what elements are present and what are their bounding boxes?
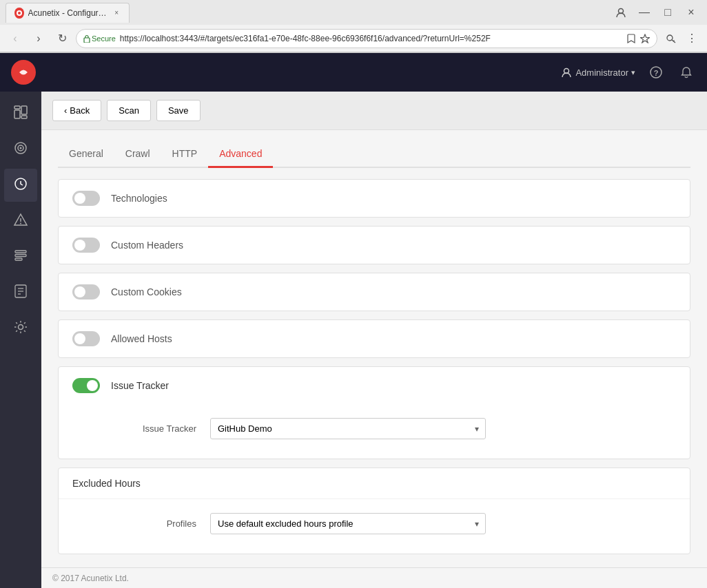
issue-tracker-select[interactable]: GitHub Demo None JIRA GitLab — [210, 418, 486, 439]
excluded-hours-header: Excluded Hours — [59, 468, 690, 499]
tab-general[interactable]: General — [58, 141, 114, 168]
tab-title: Acunetix - Configure Tar... — [28, 8, 109, 18]
excluded-hours-card: Excluded Hours Profiles Use default excl… — [58, 468, 690, 554]
technologies-header[interactable]: Technologies — [59, 180, 690, 217]
key-icon[interactable] — [662, 29, 681, 48]
dashboard-icon — [13, 105, 28, 123]
app-container: Administrator ▾ ? — [0, 53, 707, 588]
svg-rect-13 — [21, 116, 27, 118]
profiles-select[interactable]: Use default excluded hours profile Custo… — [210, 513, 486, 534]
issue-tracker-card: Issue Tracker Issue Tracker GitHub Demo … — [58, 366, 690, 459]
allowed-hosts-card: Allowed Hosts — [58, 319, 690, 358]
maximize-button[interactable]: □ — [657, 2, 678, 23]
tabs: General Crawl HTTP Advanced — [58, 141, 690, 168]
back-arrow-icon: ‹ — [64, 105, 67, 116]
issue-tracker-header[interactable]: Issue Tracker — [59, 367, 690, 404]
tab-http[interactable]: HTTP — [161, 141, 209, 168]
custom-headers-toggle-track[interactable] — [72, 238, 100, 253]
issue-tracker-label: Issue Tracker — [100, 423, 210, 434]
custom-cookies-title: Custom Cookies — [111, 286, 182, 297]
allowed-hosts-toggle[interactable] — [72, 331, 100, 346]
technologies-toggle-track[interactable] — [72, 191, 100, 206]
settings-icon — [13, 319, 28, 338]
scan-label: Scan — [119, 105, 139, 116]
user-dropdown-icon: ▾ — [631, 68, 635, 77]
svg-rect-3 — [84, 38, 90, 43]
app-bar-actions: Administrator ▾ ? — [560, 63, 696, 82]
minimize-button[interactable]: — — [634, 2, 655, 23]
svg-point-27 — [19, 324, 23, 329]
custom-cookies-toggle-track[interactable] — [72, 284, 100, 300]
back-label: Back — [70, 105, 90, 116]
sidebar-item-targets[interactable] — [4, 133, 37, 166]
user-avatar-icon — [560, 66, 573, 78]
svg-rect-10 — [14, 106, 20, 109]
sidebar-item-reports[interactable] — [4, 240, 37, 273]
sidebar-item-scan[interactable] — [4, 169, 37, 202]
browser-tab[interactable]: Acunetix - Configure Tar... × — [6, 3, 130, 23]
forward-nav-button[interactable]: › — [29, 29, 48, 48]
issue-tracker-toggle-track[interactable] — [72, 378, 100, 393]
excluded-hours-body: Profiles Use default excluded hours prof… — [59, 499, 690, 554]
svg-point-16 — [20, 147, 22, 149]
save-label: Save — [168, 105, 189, 116]
svg-marker-4 — [641, 34, 650, 43]
issue-tracker-form-row: Issue Tracker GitHub Demo None JIRA GitL… — [72, 412, 676, 445]
back-nav-button[interactable]: ‹ — [6, 29, 25, 48]
tab-close-button[interactable]: × — [112, 8, 121, 18]
save-button[interactable]: Save — [156, 100, 201, 121]
sidebar-item-notes[interactable] — [4, 276, 37, 309]
nav-actions: ⋮ — [662, 29, 701, 48]
copyright-text: © 2017 Acunetix Ltd. — [52, 574, 129, 583]
notifications-button[interactable] — [677, 63, 696, 82]
custom-headers-card: Custom Headers — [58, 226, 690, 264]
profiles-label: Profiles — [100, 518, 210, 529]
issue-tracker-title: Issue Tracker — [111, 380, 169, 391]
address-bar[interactable]: Secure https://localhost:3443/#/targets/… — [76, 29, 657, 48]
svg-point-19 — [20, 222, 21, 224]
user-menu[interactable]: Administrator ▾ — [560, 66, 635, 78]
toolbar: ‹ Back Scan Save — [41, 92, 707, 130]
svg-point-5 — [667, 35, 673, 41]
scan-icon — [13, 176, 28, 195]
page-content: General Crawl HTTP Advanced — [41, 130, 707, 567]
sidebar-item-dashboard[interactable] — [4, 97, 37, 130]
star-icon[interactable] — [640, 34, 650, 43]
profile-button[interactable] — [611, 2, 631, 23]
refresh-button[interactable]: ↻ — [52, 29, 72, 48]
sidebar-item-vulnerabilities[interactable] — [4, 204, 37, 238]
allowed-hosts-toggle-track[interactable] — [72, 331, 100, 346]
svg-text:?: ? — [654, 69, 659, 77]
technologies-toggle[interactable] — [72, 191, 100, 206]
tab-crawl[interactable]: Crawl — [114, 141, 161, 168]
targets-icon — [13, 140, 28, 159]
custom-headers-header[interactable]: Custom Headers — [59, 227, 690, 264]
notes-icon — [13, 284, 28, 302]
custom-cookies-card: Custom Cookies — [58, 273, 690, 311]
scan-button[interactable]: Scan — [107, 100, 151, 121]
close-button[interactable]: × — [681, 2, 701, 23]
custom-headers-title: Custom Headers — [111, 240, 183, 251]
main-layout: ‹ Back Scan Save General Cra — [0, 92, 707, 588]
custom-cookies-toggle[interactable] — [72, 284, 100, 300]
sidebar-item-settings[interactable] — [4, 312, 37, 345]
technologies-card: Technologies — [58, 179, 690, 218]
window-controls: — □ × — [611, 2, 701, 23]
custom-cookies-header[interactable]: Custom Cookies — [59, 273, 690, 311]
svg-point-1 — [18, 12, 21, 14]
allowed-hosts-header[interactable]: Allowed Hosts — [59, 320, 690, 357]
more-options-button[interactable]: ⋮ — [682, 29, 701, 48]
url-display: https://localhost:3443/#/targets/ec316fa… — [120, 34, 622, 43]
profiles-form-row: Profiles Use default excluded hours prof… — [72, 507, 676, 540]
excluded-hours-title: Excluded Hours — [72, 478, 141, 489]
back-button[interactable]: ‹ Back — [52, 100, 101, 121]
help-button[interactable]: ? — [646, 63, 666, 82]
svg-rect-22 — [15, 258, 22, 260]
content-area: ‹ Back Scan Save General Cra — [41, 92, 707, 588]
issue-tracker-select-wrapper: GitHub Demo None JIRA GitLab ▾ — [210, 418, 486, 439]
issue-tracker-toggle[interactable] — [72, 378, 100, 393]
tab-advanced[interactable]: Advanced — [208, 141, 273, 168]
custom-headers-toggle[interactable] — [72, 238, 100, 253]
bookmark-icon[interactable] — [626, 34, 636, 43]
vulnerabilities-icon — [13, 212, 28, 231]
